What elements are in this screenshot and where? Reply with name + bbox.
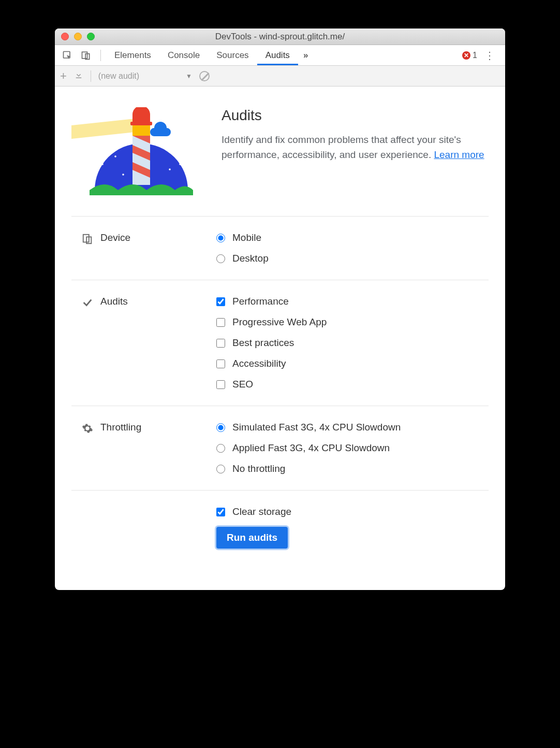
- error-badge[interactable]: ✕ 1: [462, 51, 477, 60]
- audit-option-performance[interactable]: Performance: [216, 296, 489, 307]
- device-icon: [82, 233, 93, 244]
- tab-elements[interactable]: Elements: [106, 45, 159, 65]
- svg-point-10: [169, 168, 171, 170]
- svg-rect-16: [130, 122, 152, 125]
- audits-title: Audits: [222, 107, 489, 124]
- gear-icon: [82, 423, 93, 434]
- section-run: Clear storage Run audits: [71, 491, 489, 564]
- audit-option-accessibility[interactable]: Accessibility: [216, 358, 489, 369]
- svg-point-6: [120, 137, 122, 139]
- option-label: Progressive Web App: [232, 317, 327, 328]
- svg-point-12: [179, 163, 181, 165]
- more-tabs-icon[interactable]: »: [298, 50, 313, 61]
- window-controls: [61, 33, 95, 40]
- svg-rect-15: [132, 124, 150, 136]
- run-audits-button[interactable]: Run audits: [216, 527, 288, 549]
- separator: [91, 70, 91, 82]
- audits-panel: Audits Identify and fix common problems …: [55, 87, 505, 590]
- audits-description: Identify and fix common problems that af…: [222, 132, 489, 163]
- error-icon: ✕: [462, 51, 470, 60]
- audits-label: Audits: [100, 296, 128, 307]
- tab-sources[interactable]: Sources: [208, 45, 257, 65]
- radio[interactable]: [216, 444, 225, 453]
- audit-option-pwa[interactable]: Progressive Web App: [216, 317, 489, 328]
- tab-label: Audits: [266, 50, 290, 61]
- option-label: Accessibility: [232, 358, 286, 369]
- checkbox[interactable]: [216, 318, 225, 327]
- inspect-icon[interactable]: [61, 49, 73, 62]
- throttling-option-simulated[interactable]: Simulated Fast 3G, 4x CPU Slowdown: [216, 422, 489, 433]
- new-audit-icon[interactable]: +: [60, 69, 67, 83]
- radio[interactable]: [216, 254, 225, 263]
- audit-select[interactable]: (new audit) ▼: [98, 71, 192, 81]
- hero-text: Audits Identify and fix common problems …: [222, 107, 489, 163]
- tab-label: Sources: [216, 50, 248, 61]
- desc-text: Identify and fix common problems that af…: [222, 134, 461, 160]
- audit-option-seo[interactable]: SEO: [216, 379, 489, 390]
- devtools-window: DevTools - wind-sprout.glitch.me/ Elemen…: [55, 28, 505, 590]
- minimize-icon[interactable]: [74, 33, 82, 40]
- svg-point-14: [122, 174, 124, 176]
- device-label: Device: [100, 232, 130, 243]
- error-count: 1: [473, 51, 477, 60]
- option-label: Mobile: [232, 232, 261, 243]
- radio[interactable]: [216, 234, 225, 242]
- clear-icon[interactable]: [199, 71, 210, 81]
- audit-select-label: (new audit): [98, 71, 139, 81]
- checkbox[interactable]: [216, 380, 225, 389]
- close-icon[interactable]: [61, 33, 69, 40]
- section-label: Throttling: [71, 422, 216, 474]
- option-label: Applied Fast 3G, 4x CPU Slowdown: [232, 442, 390, 454]
- section-device: Device Mobile Desktop: [71, 217, 489, 280]
- device-option-desktop[interactable]: Desktop: [216, 253, 489, 264]
- svg-point-5: [107, 145, 109, 147]
- tab-console[interactable]: Console: [159, 45, 208, 65]
- checkbox[interactable]: [216, 508, 225, 516]
- device-option-mobile[interactable]: Mobile: [216, 232, 489, 243]
- section-label: Audits: [71, 296, 216, 390]
- section-label: Device: [71, 232, 216, 264]
- option-label: SEO: [232, 379, 253, 390]
- lighthouse-illustration: [71, 107, 201, 195]
- svg-point-13: [114, 155, 116, 157]
- hero: Audits Identify and fix common problems …: [71, 107, 489, 217]
- device-toggle-icon[interactable]: [80, 49, 92, 62]
- chevron-down-icon: ▼: [186, 73, 192, 80]
- window-title: DevTools - wind-sprout.glitch.me/: [55, 32, 505, 42]
- throttling-option-none[interactable]: No throttling: [216, 463, 489, 474]
- section-audits: Audits Performance Progressive Web App B…: [71, 280, 489, 406]
- svg-point-9: [174, 150, 176, 152]
- throttling-option-applied[interactable]: Applied Fast 3G, 4x CPU Slowdown: [216, 442, 489, 454]
- section-label-empty: [71, 506, 216, 549]
- audit-option-best-practices[interactable]: Best practices: [216, 337, 489, 349]
- clear-storage-option[interactable]: Clear storage: [216, 506, 489, 517]
- option-label: Desktop: [232, 253, 269, 264]
- checkbox[interactable]: [216, 359, 225, 368]
- option-label: Best practices: [232, 337, 294, 349]
- tab-label: Console: [168, 50, 200, 61]
- svg-rect-3: [76, 77, 82, 78]
- checkbox[interactable]: [216, 339, 225, 348]
- option-label: Clear storage: [232, 506, 291, 517]
- svg-rect-1: [82, 52, 87, 59]
- audit-toolbar: + (new audit) ▼: [55, 66, 505, 87]
- check-icon: [82, 297, 93, 308]
- maximize-icon[interactable]: [87, 33, 95, 40]
- checkbox[interactable]: [216, 297, 225, 306]
- tab-strip: Elements Console Sources Audits » ✕ 1 ⋮: [55, 45, 505, 66]
- option-label: Performance: [232, 296, 289, 307]
- learn-more-link[interactable]: Learn more: [434, 149, 484, 160]
- svg-point-7: [101, 163, 104, 165]
- separator: [100, 50, 101, 61]
- radio[interactable]: [216, 465, 225, 473]
- tab-label: Elements: [114, 50, 151, 61]
- tab-audits[interactable]: Audits: [257, 45, 298, 65]
- download-icon[interactable]: [74, 70, 83, 82]
- radio[interactable]: [216, 423, 225, 432]
- section-throttling: Throttling Simulated Fast 3G, 4x CPU Slo…: [71, 406, 489, 491]
- kebab-menu-icon[interactable]: ⋮: [477, 49, 502, 62]
- option-label: Simulated Fast 3G, 4x CPU Slowdown: [232, 422, 401, 433]
- titlebar: DevTools - wind-sprout.glitch.me/: [55, 28, 505, 45]
- throttling-label: Throttling: [100, 422, 141, 433]
- option-label: No throttling: [232, 463, 285, 474]
